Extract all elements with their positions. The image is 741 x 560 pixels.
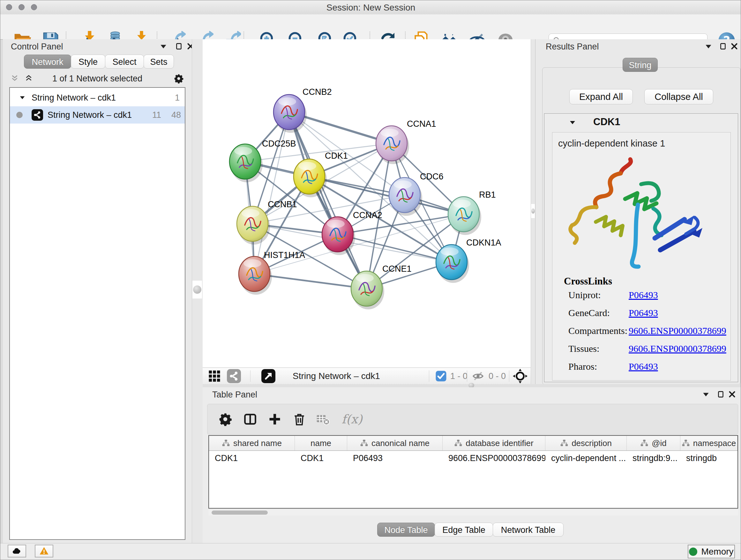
restore-panel-button[interactable] <box>717 390 725 398</box>
network-options-gear-icon[interactable] <box>174 73 184 84</box>
network-collection-row[interactable]: String Network – cdk1 1 <box>10 89 185 106</box>
detach-view-button[interactable] <box>261 369 275 383</box>
node-HIST1H1A[interactable] <box>239 256 272 295</box>
collapse-all-button[interactable]: Collapse All <box>644 89 713 105</box>
expand-all-button[interactable]: Expand All <box>569 89 633 105</box>
cloud-status-button[interactable] <box>8 545 26 557</box>
table-cell-description[interactable]: cyclin-dependent ... <box>545 451 627 466</box>
checkbox-checked-icon <box>435 370 447 382</box>
warning-triangle-icon <box>39 546 49 556</box>
table-cell-namespace[interactable]: stringdb <box>680 451 738 466</box>
network-overview-button[interactable] <box>227 369 241 383</box>
tab-edge-table[interactable]: Edge Table <box>434 523 493 537</box>
node-CCNE1[interactable] <box>351 271 384 309</box>
table-toolbar: f(x) <box>207 404 738 435</box>
close-panel-button[interactable] <box>730 42 738 51</box>
tab-select[interactable]: Select <box>105 55 144 69</box>
tab-network[interactable]: Network <box>24 55 71 69</box>
node-label-CDC6: CDC6 <box>420 172 444 181</box>
column-header-label: database identifier <box>466 438 533 448</box>
table-row[interactable]: CDK1CDK1P064939606.ENSP00000378699cyclin… <box>209 451 738 466</box>
table-cell-name[interactable]: CDK1 <box>295 451 347 466</box>
node-CCNA2[interactable] <box>322 217 355 255</box>
share-gray-icon <box>227 369 241 383</box>
delete-column-button[interactable] <box>292 412 307 427</box>
table-header-row: shared namenamecanonical namedatabase id… <box>209 436 738 451</box>
node-CDKN1A[interactable] <box>436 245 469 283</box>
section-expander-icon[interactable] <box>569 119 576 126</box>
tab-sets[interactable]: Sets <box>144 55 174 69</box>
table-settings-gear-icon[interactable] <box>218 412 233 427</box>
crosslink-genecard-link[interactable]: P06493 <box>629 307 658 318</box>
node-CCNA1[interactable] <box>376 126 409 164</box>
node-RB1[interactable] <box>448 197 481 235</box>
network-selection-status: 1 of 1 Network selected <box>3 74 192 84</box>
hierarchy-column-icon <box>360 439 368 447</box>
table-cell-canonical-name[interactable]: P06493 <box>347 451 443 466</box>
splitter-handle[interactable] <box>192 281 202 299</box>
node-CDC25B[interactable] <box>229 144 263 182</box>
tab-string[interactable]: String <box>623 58 658 72</box>
left-splitter[interactable] <box>192 39 203 543</box>
network-canvas[interactable]: CCNB2CCNA1CDC25BCDK1CDC6RB1CCNB1CCNA2CDK… <box>203 39 531 368</box>
current-network-dot <box>16 112 23 118</box>
column-header-description[interactable]: description <box>545 436 627 450</box>
tab-node-table[interactable]: Node Table <box>377 523 435 537</box>
scrollbar-thumb[interactable] <box>212 510 268 515</box>
node-label-RB1: RB1 <box>479 190 496 199</box>
close-panel-button[interactable] <box>728 390 736 398</box>
results-panel: Results Panel String Expand All Collapse… <box>535 39 741 384</box>
crosslink-pharos-link[interactable]: P06493 <box>629 361 658 372</box>
column-header-id[interactable]: @id <box>627 436 680 450</box>
node-CDC6[interactable] <box>389 178 422 216</box>
crosshair-icon <box>513 369 528 383</box>
grid-view-button[interactable] <box>208 369 221 383</box>
hierarchy-column-icon <box>560 439 568 447</box>
restore-panel-button[interactable] <box>719 42 727 51</box>
birds-eye-view-button[interactable] <box>513 369 528 383</box>
crosslink-row-genecard: GeneCard:P06493 <box>561 307 727 325</box>
table-cell-shared-name[interactable]: CDK1 <box>209 451 295 466</box>
column-header-name[interactable]: name <box>295 436 347 450</box>
gene-sections-list: CDK1 cyclin-dependent kinase 1 <box>544 113 738 382</box>
restore-panel-button[interactable] <box>175 42 183 51</box>
crosslink-uniprot-link[interactable]: P06493 <box>629 290 658 300</box>
crosslink-row-pharos: Pharos:P06493 <box>561 361 727 379</box>
show-columns-button[interactable] <box>243 412 258 427</box>
memory-button[interactable]: Memory <box>688 545 735 558</box>
tab-style[interactable]: Style <box>71 55 105 69</box>
hierarchy-column-icon <box>222 439 230 447</box>
column-header-shared-name[interactable]: shared name <box>209 436 295 450</box>
column-header-label: description <box>571 438 612 448</box>
float-panel-button[interactable] <box>159 43 167 51</box>
current-network-name: String Network – cdk1 <box>293 369 380 383</box>
float-panel-button[interactable] <box>704 43 713 51</box>
table-panel-title: Table Panel <box>212 390 257 400</box>
column-header-namespace[interactable]: namespace <box>680 436 738 450</box>
table-cell-id[interactable]: stringdb:9... <box>627 451 680 466</box>
network-row-selected[interactable]: String Network – cdk1 11 48 <box>10 106 185 124</box>
bottom-splitter[interactable] <box>203 384 741 387</box>
column-header-canonical-name[interactable]: canonical name <box>347 436 443 450</box>
node-label-HIST1H1A: HIST1H1A <box>264 250 305 260</box>
hidden-toggle[interactable] <box>472 369 484 383</box>
crosslink-compartments-link[interactable]: 9606.ENSP00000378699 <box>629 325 726 336</box>
column-header-database-identifier[interactable]: database identifier <box>443 436 545 450</box>
crosslink-tissues-link[interactable]: 9606.ENSP00000378699 <box>629 343 726 354</box>
selected-nodes-toggle[interactable] <box>435 369 447 383</box>
grid-icon <box>208 369 221 383</box>
collection-expander-icon[interactable] <box>19 94 26 101</box>
memory-status-dot <box>689 548 697 556</box>
node-CDK1[interactable] <box>293 159 327 197</box>
warnings-button[interactable] <box>35 545 53 557</box>
add-column-button[interactable] <box>267 412 282 427</box>
float-panel-button[interactable] <box>702 390 710 399</box>
table-cell-database-identifier[interactable]: 9606.ENSP00000378699 <box>443 451 545 466</box>
tab-network-table[interactable]: Network Table <box>493 523 563 537</box>
splitter-handle[interactable] <box>531 204 535 218</box>
selected-counts: 1 - 0 <box>450 369 468 383</box>
collection-count: 1 <box>164 93 180 103</box>
node-label-CCNB1: CCNB1 <box>268 199 297 209</box>
crosslink-row-uniprot: Uniprot:P06493 <box>561 290 727 307</box>
node-CCNB2[interactable] <box>273 95 307 133</box>
